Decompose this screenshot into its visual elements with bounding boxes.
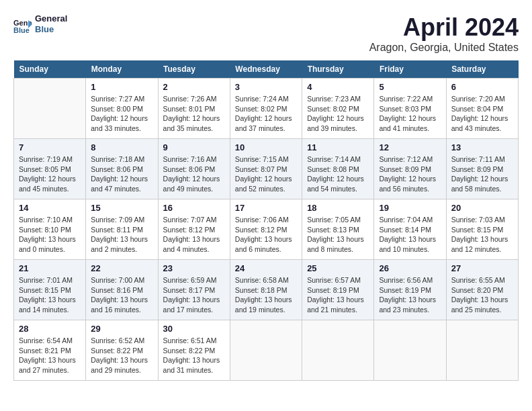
calendar-cell xyxy=(446,320,518,381)
day-number: 20 xyxy=(451,203,513,213)
logo: General Blue General Blue xyxy=(13,13,67,34)
logo-general: General xyxy=(35,13,67,24)
week-row-2: 7Sunrise: 7:19 AM Sunset: 8:05 PM Daylig… xyxy=(14,139,519,199)
day-info: Sunrise: 7:18 AM Sunset: 8:06 PM Dayligh… xyxy=(91,154,152,194)
day-number: 19 xyxy=(379,203,441,213)
calendar-cell: 8Sunrise: 7:18 AM Sunset: 8:06 PM Daylig… xyxy=(86,139,158,199)
day-info: Sunrise: 7:00 AM Sunset: 8:16 PM Dayligh… xyxy=(91,275,152,315)
title-section: April 2024 Aragon, Georgia, United State… xyxy=(369,13,519,54)
day-number: 26 xyxy=(379,263,441,273)
day-info: Sunrise: 7:22 AM Sunset: 8:03 PM Dayligh… xyxy=(379,94,441,134)
calendar-cell: 18Sunrise: 7:05 AM Sunset: 8:13 PM Dayli… xyxy=(302,199,374,260)
logo-blue: Blue xyxy=(35,24,67,35)
calendar-cell: 14Sunrise: 7:10 AM Sunset: 8:10 PM Dayli… xyxy=(14,199,86,260)
subtitle: Aragon, Georgia, United States xyxy=(369,42,519,54)
calendar-cell: 11Sunrise: 7:14 AM Sunset: 8:08 PM Dayli… xyxy=(302,139,374,199)
day-info: Sunrise: 7:15 AM Sunset: 8:07 PM Dayligh… xyxy=(235,154,297,194)
day-number: 22 xyxy=(91,263,152,273)
day-info: Sunrise: 7:11 AM Sunset: 8:09 PM Dayligh… xyxy=(451,154,513,194)
day-info: Sunrise: 7:26 AM Sunset: 8:01 PM Dayligh… xyxy=(163,94,225,134)
calendar-cell: 27Sunrise: 6:55 AM Sunset: 8:20 PM Dayli… xyxy=(446,260,518,320)
calendar-cell: 15Sunrise: 7:09 AM Sunset: 8:11 PM Dayli… xyxy=(86,199,158,260)
day-info: Sunrise: 7:04 AM Sunset: 8:14 PM Dayligh… xyxy=(379,215,441,255)
calendar-cell: 2Sunrise: 7:26 AM Sunset: 8:01 PM Daylig… xyxy=(158,79,230,139)
col-header-sunday: Sunday xyxy=(14,60,86,79)
week-row-5: 28Sunrise: 6:54 AM Sunset: 8:21 PM Dayli… xyxy=(14,320,519,381)
col-header-wednesday: Wednesday xyxy=(230,60,302,79)
day-number: 18 xyxy=(307,203,369,213)
calendar-cell: 30Sunrise: 6:51 AM Sunset: 8:22 PM Dayli… xyxy=(158,320,230,381)
day-info: Sunrise: 7:24 AM Sunset: 8:02 PM Dayligh… xyxy=(235,94,297,134)
calendar-cell xyxy=(302,320,374,381)
calendar-cell: 1Sunrise: 7:27 AM Sunset: 8:00 PM Daylig… xyxy=(86,79,158,139)
week-row-1: 1Sunrise: 7:27 AM Sunset: 8:00 PM Daylig… xyxy=(14,79,519,139)
calendar-cell xyxy=(374,320,446,381)
calendar-cell xyxy=(14,79,86,139)
day-number: 27 xyxy=(451,263,513,273)
day-info: Sunrise: 7:07 AM Sunset: 8:12 PM Dayligh… xyxy=(163,215,225,255)
day-info: Sunrise: 7:20 AM Sunset: 8:04 PM Dayligh… xyxy=(451,94,513,134)
day-number: 16 xyxy=(163,203,225,213)
day-info: Sunrise: 7:05 AM Sunset: 8:13 PM Dayligh… xyxy=(307,215,369,255)
day-number: 23 xyxy=(163,263,225,273)
day-number: 29 xyxy=(91,324,152,334)
day-number: 5 xyxy=(379,82,441,92)
day-number: 14 xyxy=(19,203,81,213)
day-info: Sunrise: 7:23 AM Sunset: 8:02 PM Dayligh… xyxy=(307,94,369,134)
day-info: Sunrise: 7:19 AM Sunset: 8:05 PM Dayligh… xyxy=(19,154,81,194)
day-info: Sunrise: 7:06 AM Sunset: 8:12 PM Dayligh… xyxy=(235,215,297,255)
calendar-cell xyxy=(230,320,302,381)
calendar-cell: 20Sunrise: 7:03 AM Sunset: 8:15 PM Dayli… xyxy=(446,199,518,260)
calendar-cell: 22Sunrise: 7:00 AM Sunset: 8:16 PM Dayli… xyxy=(86,260,158,320)
day-info: Sunrise: 7:27 AM Sunset: 8:00 PM Dayligh… xyxy=(91,94,152,134)
day-number: 1 xyxy=(91,82,152,92)
calendar-cell: 6Sunrise: 7:20 AM Sunset: 8:04 PM Daylig… xyxy=(446,79,518,139)
calendar-table: SundayMondayTuesdayWednesdayThursdayFrid… xyxy=(13,60,519,381)
calendar-cell: 5Sunrise: 7:22 AM Sunset: 8:03 PM Daylig… xyxy=(374,79,446,139)
calendar-cell: 17Sunrise: 7:06 AM Sunset: 8:12 PM Dayli… xyxy=(230,199,302,260)
col-header-thursday: Thursday xyxy=(302,60,374,79)
day-number: 17 xyxy=(235,203,297,213)
calendar-cell: 12Sunrise: 7:12 AM Sunset: 8:09 PM Dayli… xyxy=(374,139,446,199)
calendar-cell: 13Sunrise: 7:11 AM Sunset: 8:09 PM Dayli… xyxy=(446,139,518,199)
calendar-cell: 3Sunrise: 7:24 AM Sunset: 8:02 PM Daylig… xyxy=(230,79,302,139)
day-number: 2 xyxy=(163,82,225,92)
col-header-saturday: Saturday xyxy=(446,60,518,79)
day-number: 13 xyxy=(451,142,513,152)
day-info: Sunrise: 7:12 AM Sunset: 8:09 PM Dayligh… xyxy=(379,154,441,194)
day-number: 15 xyxy=(91,203,152,213)
calendar-cell: 21Sunrise: 7:01 AM Sunset: 8:15 PM Dayli… xyxy=(14,260,86,320)
day-number: 4 xyxy=(307,82,369,92)
day-info: Sunrise: 6:59 AM Sunset: 8:17 PM Dayligh… xyxy=(163,275,225,315)
day-number: 25 xyxy=(307,263,369,273)
col-header-friday: Friday xyxy=(374,60,446,79)
calendar-cell: 24Sunrise: 6:58 AM Sunset: 8:18 PM Dayli… xyxy=(230,260,302,320)
day-number: 3 xyxy=(235,82,297,92)
calendar-cell: 19Sunrise: 7:04 AM Sunset: 8:14 PM Dayli… xyxy=(374,199,446,260)
col-header-monday: Monday xyxy=(86,60,158,79)
col-header-tuesday: Tuesday xyxy=(158,60,230,79)
day-number: 24 xyxy=(235,263,297,273)
day-info: Sunrise: 6:54 AM Sunset: 8:21 PM Dayligh… xyxy=(19,336,81,375)
day-number: 12 xyxy=(379,142,441,152)
day-info: Sunrise: 7:14 AM Sunset: 8:08 PM Dayligh… xyxy=(307,154,369,194)
day-info: Sunrise: 7:10 AM Sunset: 8:10 PM Dayligh… xyxy=(19,215,81,255)
day-number: 10 xyxy=(235,142,297,152)
day-number: 7 xyxy=(19,142,81,152)
svg-text:Blue: Blue xyxy=(13,26,30,34)
calendar-cell: 26Sunrise: 6:56 AM Sunset: 8:19 PM Dayli… xyxy=(374,260,446,320)
header: General Blue General Blue April 2024 Ara… xyxy=(13,13,519,54)
calendar-cell: 7Sunrise: 7:19 AM Sunset: 8:05 PM Daylig… xyxy=(14,139,86,199)
week-row-3: 14Sunrise: 7:10 AM Sunset: 8:10 PM Dayli… xyxy=(14,199,519,260)
calendar-cell: 9Sunrise: 7:16 AM Sunset: 8:06 PM Daylig… xyxy=(158,139,230,199)
calendar-header: SundayMondayTuesdayWednesdayThursdayFrid… xyxy=(14,60,519,79)
calendar-cell: 29Sunrise: 6:52 AM Sunset: 8:22 PM Dayli… xyxy=(86,320,158,381)
calendar-cell: 16Sunrise: 7:07 AM Sunset: 8:12 PM Dayli… xyxy=(158,199,230,260)
day-info: Sunrise: 6:56 AM Sunset: 8:19 PM Dayligh… xyxy=(379,275,441,315)
day-info: Sunrise: 7:01 AM Sunset: 8:15 PM Dayligh… xyxy=(19,275,81,315)
calendar-cell: 28Sunrise: 6:54 AM Sunset: 8:21 PM Dayli… xyxy=(14,320,86,381)
day-number: 30 xyxy=(163,324,225,334)
day-info: Sunrise: 6:58 AM Sunset: 8:18 PM Dayligh… xyxy=(235,275,297,315)
calendar-cell: 25Sunrise: 6:57 AM Sunset: 8:19 PM Dayli… xyxy=(302,260,374,320)
day-number: 6 xyxy=(451,82,513,92)
